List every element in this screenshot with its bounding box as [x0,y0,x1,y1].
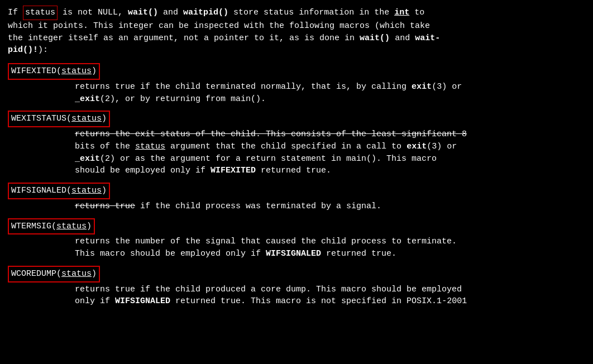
wifsignaled-box: WIFSIGNALED(status) [8,183,110,199]
intro-text-rest2: store status information in the [228,8,394,17]
wifsignaled-desc: returns true if the child process was te… [8,200,585,213]
intro-paragraph: If status is not NULL, wait() and waitpi… [8,6,585,56]
wait-term2: wait() [360,33,390,43]
wtermsig-desc: returns the number of the signal that ca… [8,236,585,260]
wcoredump-line2: only if WIFSIGNALED returned true. This … [75,296,467,306]
wexitstatus-line2: bits of the status argument that the chi… [75,142,457,151]
or-label-1: or [452,82,462,92]
macro-wexitstatus-header: WEXITSTATUS(status) [8,111,585,128]
wtermsig-line1: returns the number of the signal that ca… [75,237,457,246]
wcoredump-box: WCOREDUMP(status) [8,266,100,282]
intro-text-rest1: is not NULL, [58,8,128,17]
wtermsig-line2: This macro should be employed only if WI… [75,249,396,258]
status-term-intro: status [23,6,58,20]
wexitstatus-desc: returns the exit status of the child. Th… [8,128,585,177]
wifexited-line2: _exit(2), or by returning from main(). [75,94,266,104]
macro-wtermsig: WTERMSIG(status) returns the number of t… [8,218,585,260]
waitpid-term: waitpid() [183,8,228,17]
macro-wexitstatus: WEXITSTATUS(status) returns the exit sta… [8,111,585,177]
wcoredump-desc: returns true if the child produced a cor… [8,284,585,308]
macro-wifexited-header: WIFEXITED(status) [8,63,585,81]
wait-term: wait() [128,8,158,17]
wifexited-desc: returns true if the child terminated nor… [8,81,585,106]
intro-line3b: and [390,33,415,43]
intro-text-to: to [409,8,424,17]
intro-line3: the integer itself as an argument, not a… [8,33,360,43]
intro-line2: which it points. This integer can be ins… [8,21,430,31]
intro-line4: ): [38,45,48,55]
macro-wtermsig-header: WTERMSIG(status) [8,218,585,236]
macro-wcoredump-header: WCOREDUMP(status) [8,266,585,284]
macro-wifexited: WIFEXITED(status) returns true if the ch… [8,63,585,105]
pid-term: pid()! [8,45,38,55]
intro-text-and: and [158,8,183,17]
wait-term3: wait- [415,33,440,43]
wcoredump-line1: returns true if the child produced a cor… [75,285,462,294]
wifsignaled-line1: returns true [75,202,135,211]
wexitstatus-line4: should be employed only if WIFEXITED ret… [75,166,331,175]
wifsignaled-line1b: if the child process was terminated by a… [135,202,381,211]
wifexited-box: WIFEXITED(status) [8,63,100,80]
wexitstatus-line3: _exit(2) or as the argument for a return… [75,154,437,164]
int-term: int [394,8,409,17]
wifexited-line1: returns true if the child terminated nor… [75,82,462,92]
wtermsig-box: WTERMSIG(status) [8,218,95,235]
wexitstatus-line1: returns the exit status of the child. Th… [75,130,467,139]
macro-wifsignaled: WIFSIGNALED(status) returns true if the … [8,183,585,213]
intro-text-if: If [8,8,23,17]
macro-wifsignaled-header: WIFSIGNALED(status) [8,183,585,200]
macro-wcoredump: WCOREDUMP(status) returns true if the ch… [8,266,585,308]
wexitstatus-box: WEXITSTATUS(status) [8,111,110,127]
main-content: If status is not NULL, wait() and waitpi… [8,6,585,308]
